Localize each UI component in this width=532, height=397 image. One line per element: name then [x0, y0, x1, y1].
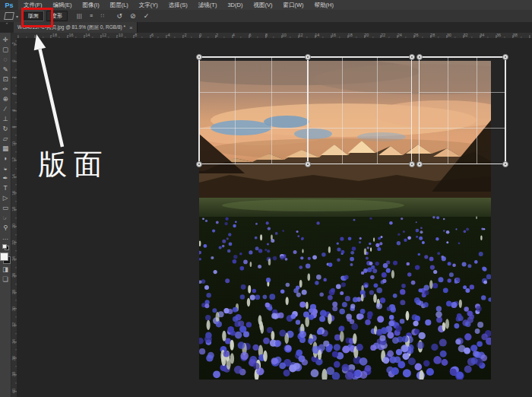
h-ruler-label: 4 — [233, 33, 235, 37]
cancel-icon[interactable]: ⊘ — [126, 10, 140, 22]
quick-mask-toggle[interactable]: ◨ — [1, 265, 11, 275]
eraser-tool[interactable]: ▱ — [1, 134, 11, 144]
default-colors-icon[interactable] — [2, 244, 9, 250]
clone-stamp-tool[interactable]: ⊥ — [1, 114, 11, 124]
h-ruler-label: -12 — [100, 33, 106, 37]
gradient-tool[interactable]: ▦ — [1, 144, 11, 154]
pen-tool[interactable]: ✒ — [1, 173, 11, 183]
v-ruler-label: 30 — [11, 303, 16, 314]
v-ruler-label: 16 — [11, 188, 16, 198]
warp-pin[interactable] — [305, 161, 311, 167]
menu-item-5[interactable]: 选择(S) — [163, 0, 193, 10]
dodge-tool[interactable]: ◒ — [1, 164, 11, 173]
h-ruler-label: -14 — [84, 33, 90, 37]
warp-mode-button[interactable]: 变形 — [46, 11, 68, 21]
h-ruler-label: -16 — [68, 33, 74, 37]
tools-panel: ✛▢◌✎⊡✑⊕∕⊥↻▱▦◗◒✒T▷▭☞⚲…◨❏ — [0, 33, 11, 397]
menu-item-6[interactable]: 滤镜(T) — [193, 0, 223, 10]
h-ruler-label: -2 — [183, 33, 187, 37]
hand-tool[interactable]: ☞ — [1, 213, 11, 223]
menu-item-1[interactable]: 编辑(E) — [48, 0, 78, 10]
reset-warp-icon[interactable]: ↺ — [113, 10, 127, 22]
healing-brush-tool[interactable]: ⊕ — [1, 94, 11, 104]
rectangle-tool[interactable]: ▭ — [1, 203, 11, 213]
h-ruler-label: 20 — [364, 33, 369, 37]
perspective-warp-tool-icon[interactable]: ▾ — [5, 12, 18, 20]
screen-mode-toggle[interactable]: ❏ — [1, 275, 11, 284]
color-swatches[interactable] — [0, 252, 11, 264]
lasso-tool[interactable]: ◌ — [1, 55, 11, 65]
menu-item-0[interactable]: 文件(F) — [18, 0, 48, 10]
warp-pin[interactable] — [409, 54, 415, 60]
split-vertical-icon[interactable]: ||| — [73, 10, 86, 22]
split-horizontal-icon[interactable]: ≡ — [86, 10, 97, 22]
menu-items: 文件(F)编辑(E)图像(I)图层(L)文字(Y)选择(S)滤镜(T)3D(D)… — [18, 0, 339, 10]
blur-tool[interactable]: ◗ — [1, 154, 11, 164]
document-image[interactable] — [199, 61, 491, 380]
h-ruler-label: -18 — [51, 33, 57, 37]
v-ruler-label: 36 — [11, 353, 16, 364]
quick-select-tool[interactable]: ✎ — [1, 65, 11, 75]
warp-pin[interactable] — [196, 161, 202, 167]
close-icon[interactable]: × — [129, 24, 133, 31]
menu-item-2[interactable]: 图像(I) — [78, 0, 105, 10]
more-tools[interactable]: … — [1, 233, 11, 243]
menu-bar: Ps 文件(F)编辑(E)图像(I)图层(L)文字(Y)选择(S)滤镜(T)3D… — [0, 0, 532, 11]
menu-item-3[interactable]: 图层(L) — [105, 0, 134, 10]
v-ruler-label: 2 — [11, 72, 16, 83]
menu-item-4[interactable]: 文字(Y) — [134, 0, 163, 10]
v-ruler-label: 10 — [11, 138, 16, 149]
v-ruler-label: 8 — [11, 122, 16, 132]
crop-tool[interactable]: ⊡ — [1, 75, 11, 84]
type-tool[interactable]: T — [1, 183, 11, 193]
ps-logo[interactable]: Ps — [0, 0, 18, 10]
photoshop-window: Ps 文件(F)编辑(E)图像(I)图层(L)文字(Y)选择(S)滤镜(T)3D… — [0, 0, 532, 397]
toolbar-collapse-icon[interactable]: '' — [0, 22, 14, 33]
h-ruler-label: 10 — [282, 33, 287, 37]
v-ruler-label: 0 — [11, 56, 16, 66]
v-ruler-label: 38 — [11, 369, 16, 380]
v-ruler-label: 4 — [11, 88, 16, 99]
document-tab[interactable]: WGA0137-2-拷贝.jpg @ 81.9% (图层 0, RGB/8) *… — [14, 22, 138, 33]
v-ruler-label: 28 — [11, 287, 16, 297]
h-ruler-label: 34 — [480, 33, 484, 37]
warp-pin[interactable] — [502, 161, 508, 167]
marquee-tool[interactable]: ▢ — [1, 45, 11, 55]
warp-pin[interactable] — [502, 54, 508, 60]
h-ruler-label: 26 — [413, 33, 418, 37]
menu-item-8[interactable]: 视图(V) — [248, 0, 277, 10]
warp-pin[interactable] — [305, 54, 311, 60]
v-ruler-label: 40 — [11, 386, 16, 396]
menu-item-10[interactable]: 帮助(H) — [309, 0, 339, 10]
layout-mode-button[interactable]: 版面 — [23, 11, 44, 21]
h-ruler-label: 6 — [249, 33, 251, 37]
v-ruler-label: 22 — [11, 237, 16, 248]
warp-pin[interactable] — [416, 54, 423, 60]
move-tool[interactable]: ✛ — [1, 35, 11, 45]
path-select-tool[interactable]: ▷ — [1, 193, 11, 203]
h-ruler-label: 30 — [447, 33, 451, 37]
v-ruler-label: 20 — [11, 221, 16, 231]
v-ruler-label: 32 — [11, 319, 16, 330]
menu-item-9[interactable]: 窗口(W) — [277, 0, 309, 10]
h-ruler-label: 18 — [348, 33, 353, 37]
warp-pin[interactable] — [409, 161, 415, 167]
eyedropper-tool[interactable]: ✑ — [1, 84, 11, 94]
annotation-label: 版面 — [38, 148, 109, 181]
menu-item-7[interactable]: 3D(D) — [222, 0, 248, 10]
split-icons-group: |||≡∷ — [73, 10, 109, 22]
brush-tool[interactable]: ∕ — [1, 104, 11, 114]
h-ruler-label: 36 — [496, 33, 501, 37]
h-ruler-label: 12 — [299, 33, 303, 37]
warp-pin[interactable] — [416, 161, 423, 167]
v-ruler-label: 14 — [11, 171, 16, 182]
history-brush-tool[interactable]: ↻ — [1, 124, 11, 134]
h-ruler-label: -6 — [150, 33, 154, 37]
zoom-tool[interactable]: ⚲ — [1, 223, 11, 233]
h-ruler-label: 38 — [513, 33, 518, 37]
split-grid-icon[interactable]: ∷ — [97, 10, 109, 22]
foreground-color-swatch[interactable] — [0, 252, 8, 261]
warp-pin[interactable] — [196, 54, 202, 60]
chevron-down-icon: ▾ — [16, 14, 18, 19]
commit-icon[interactable]: ✓ — [140, 10, 154, 22]
